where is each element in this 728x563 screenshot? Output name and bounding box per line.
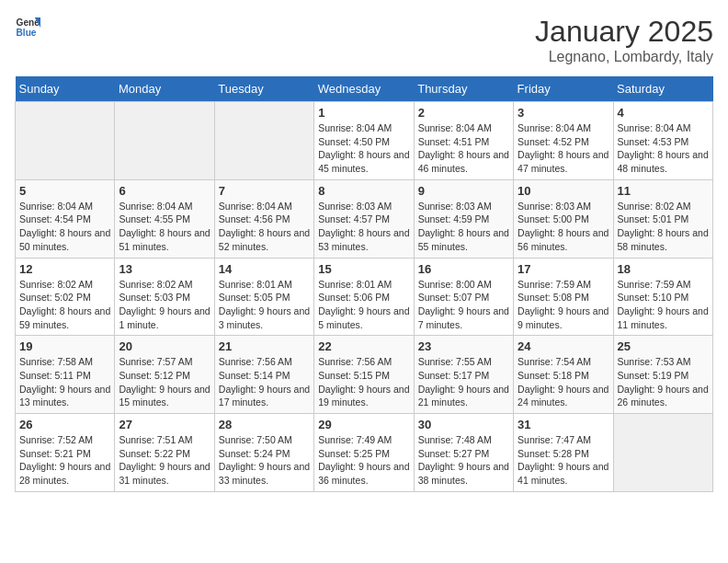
day-info: Sunrise: 7:57 AM Sunset: 5:12 PM Dayligh…: [119, 355, 210, 409]
day-info: Sunrise: 7:49 AM Sunset: 5:25 PM Dayligh…: [318, 433, 409, 488]
day-number: 30: [418, 418, 509, 431]
day-info: Sunrise: 7:56 AM Sunset: 5:14 PM Dayligh…: [219, 355, 310, 409]
table-row: 25Sunrise: 7:53 AM Sunset: 5:19 PM Dayli…: [613, 336, 712, 414]
day-info: Sunrise: 8:04 AM Sunset: 4:56 PM Dayligh…: [219, 200, 310, 254]
day-info: Sunrise: 7:51 AM Sunset: 5:22 PM Dayligh…: [119, 433, 210, 488]
table-row: 24Sunrise: 7:54 AM Sunset: 5:18 PM Dayli…: [514, 336, 613, 414]
table-row: 18Sunrise: 7:59 AM Sunset: 5:10 PM Dayli…: [613, 258, 712, 336]
calendar-title: January 2025: [535, 15, 713, 49]
day-number: 11: [618, 184, 709, 198]
day-info: Sunrise: 7:48 AM Sunset: 5:27 PM Dayligh…: [418, 433, 509, 488]
table-row: [115, 102, 214, 180]
day-number: 16: [418, 262, 509, 276]
day-number: 18: [618, 262, 709, 276]
day-number: 31: [518, 418, 609, 431]
day-number: 15: [318, 262, 409, 276]
table-row: 4Sunrise: 8:04 AM Sunset: 4:53 PM Daylig…: [613, 102, 712, 180]
day-number: 21: [219, 339, 310, 353]
day-info: Sunrise: 7:56 AM Sunset: 5:15 PM Dayligh…: [318, 355, 409, 409]
table-row: 27Sunrise: 7:51 AM Sunset: 5:22 PM Dayli…: [115, 414, 214, 492]
day-number: 12: [19, 262, 110, 276]
day-number: 8: [318, 184, 409, 198]
day-info: Sunrise: 8:04 AM Sunset: 4:54 PM Dayligh…: [19, 200, 110, 254]
day-number: 10: [518, 184, 609, 198]
svg-text:Blue: Blue: [17, 28, 37, 38]
calendar-table: Sunday Monday Tuesday Wednesday Thursday…: [15, 76, 713, 492]
day-info: Sunrise: 8:03 AM Sunset: 4:57 PM Dayligh…: [318, 200, 409, 254]
day-info: Sunrise: 7:52 AM Sunset: 5:21 PM Dayligh…: [19, 433, 110, 488]
day-number: 20: [119, 339, 210, 353]
table-row: 23Sunrise: 7:55 AM Sunset: 5:17 PM Dayli…: [414, 336, 513, 414]
day-info: Sunrise: 7:59 AM Sunset: 5:10 PM Dayligh…: [618, 278, 709, 332]
table-row: 21Sunrise: 7:56 AM Sunset: 5:14 PM Dayli…: [214, 336, 313, 414]
day-number: 23: [418, 339, 509, 353]
calendar-week-row: 5Sunrise: 8:04 AM Sunset: 4:54 PM Daylig…: [16, 179, 713, 258]
header-sunday: Sunday: [16, 76, 115, 102]
table-row: 15Sunrise: 8:01 AM Sunset: 5:06 PM Dayli…: [314, 258, 414, 336]
day-info: Sunrise: 7:55 AM Sunset: 5:17 PM Dayligh…: [418, 355, 509, 409]
table-row: 14Sunrise: 8:01 AM Sunset: 5:05 PM Dayli…: [214, 258, 313, 336]
table-row: 1Sunrise: 8:04 AM Sunset: 4:50 PM Daylig…: [314, 102, 414, 180]
day-info: Sunrise: 8:02 AM Sunset: 5:02 PM Dayligh…: [19, 278, 110, 332]
table-row: 9Sunrise: 8:03 AM Sunset: 4:59 PM Daylig…: [414, 179, 513, 258]
day-info: Sunrise: 8:04 AM Sunset: 4:50 PM Dayligh…: [318, 121, 409, 176]
day-info: Sunrise: 8:03 AM Sunset: 4:59 PM Dayligh…: [418, 200, 509, 254]
table-row: 10Sunrise: 8:03 AM Sunset: 5:00 PM Dayli…: [514, 179, 613, 258]
table-row: 26Sunrise: 7:52 AM Sunset: 5:21 PM Dayli…: [16, 414, 115, 492]
weekday-header-row: Sunday Monday Tuesday Wednesday Thursday…: [16, 76, 713, 102]
table-row: 7Sunrise: 8:04 AM Sunset: 4:56 PM Daylig…: [214, 179, 313, 258]
table-row: [613, 414, 712, 492]
day-info: Sunrise: 8:02 AM Sunset: 5:03 PM Dayligh…: [119, 278, 210, 332]
table-row: 22Sunrise: 7:56 AM Sunset: 5:15 PM Dayli…: [314, 336, 414, 414]
day-info: Sunrise: 8:04 AM Sunset: 4:53 PM Dayligh…: [618, 121, 709, 176]
calendar-week-row: 12Sunrise: 8:02 AM Sunset: 5:02 PM Dayli…: [16, 258, 713, 336]
table-row: 3Sunrise: 8:04 AM Sunset: 4:52 PM Daylig…: [514, 102, 613, 180]
table-row: 28Sunrise: 7:50 AM Sunset: 5:24 PM Dayli…: [214, 414, 313, 492]
table-row: 30Sunrise: 7:48 AM Sunset: 5:27 PM Dayli…: [414, 414, 513, 492]
day-info: Sunrise: 8:04 AM Sunset: 4:52 PM Dayligh…: [518, 121, 609, 176]
day-number: 3: [518, 106, 609, 120]
logo: General Blue: [15, 15, 40, 40]
day-info: Sunrise: 7:47 AM Sunset: 5:28 PM Dayligh…: [518, 433, 609, 488]
table-row: 5Sunrise: 8:04 AM Sunset: 4:54 PM Daylig…: [16, 179, 115, 258]
table-row: [16, 102, 115, 180]
header-monday: Monday: [115, 76, 214, 102]
day-info: Sunrise: 8:03 AM Sunset: 5:00 PM Dayligh…: [518, 200, 609, 254]
table-row: 19Sunrise: 7:58 AM Sunset: 5:11 PM Dayli…: [16, 336, 115, 414]
table-row: 29Sunrise: 7:49 AM Sunset: 5:25 PM Dayli…: [314, 414, 414, 492]
day-number: 9: [418, 184, 509, 198]
page-header: General Blue January 2025 Legnano, Lomba…: [15, 15, 713, 65]
day-info: Sunrise: 8:00 AM Sunset: 5:07 PM Dayligh…: [418, 278, 509, 332]
table-row: 20Sunrise: 7:57 AM Sunset: 5:12 PM Dayli…: [115, 336, 214, 414]
day-info: Sunrise: 7:59 AM Sunset: 5:08 PM Dayligh…: [518, 278, 609, 332]
day-info: Sunrise: 8:01 AM Sunset: 5:05 PM Dayligh…: [219, 278, 310, 332]
day-info: Sunrise: 8:04 AM Sunset: 4:55 PM Dayligh…: [119, 200, 210, 254]
day-info: Sunrise: 7:54 AM Sunset: 5:18 PM Dayligh…: [518, 355, 609, 409]
day-number: 19: [19, 339, 110, 353]
day-number: 6: [119, 184, 210, 198]
header-saturday: Saturday: [613, 76, 712, 102]
table-row: 31Sunrise: 7:47 AM Sunset: 5:28 PM Dayli…: [514, 414, 613, 492]
table-row: [214, 102, 313, 180]
table-row: 17Sunrise: 7:59 AM Sunset: 5:08 PM Dayli…: [514, 258, 613, 336]
table-row: 6Sunrise: 8:04 AM Sunset: 4:55 PM Daylig…: [115, 179, 214, 258]
table-row: 11Sunrise: 8:02 AM Sunset: 5:01 PM Dayli…: [613, 179, 712, 258]
table-row: 2Sunrise: 8:04 AM Sunset: 4:51 PM Daylig…: [414, 102, 513, 180]
day-number: 24: [518, 339, 609, 353]
title-section: January 2025 Legnano, Lombardy, Italy: [535, 15, 713, 65]
table-row: 8Sunrise: 8:03 AM Sunset: 4:57 PM Daylig…: [314, 179, 414, 258]
day-info: Sunrise: 8:01 AM Sunset: 5:06 PM Dayligh…: [318, 278, 409, 332]
day-number: 29: [318, 418, 409, 431]
table-row: 13Sunrise: 8:02 AM Sunset: 5:03 PM Dayli…: [115, 258, 214, 336]
day-number: 5: [19, 184, 110, 198]
header-tuesday: Tuesday: [214, 76, 313, 102]
day-number: 4: [618, 106, 709, 120]
table-row: 16Sunrise: 8:00 AM Sunset: 5:07 PM Dayli…: [414, 258, 513, 336]
day-info: Sunrise: 8:04 AM Sunset: 4:51 PM Dayligh…: [418, 121, 509, 176]
day-number: 14: [219, 262, 310, 276]
day-number: 13: [119, 262, 210, 276]
calendar-week-row: 19Sunrise: 7:58 AM Sunset: 5:11 PM Dayli…: [16, 336, 713, 414]
day-info: Sunrise: 7:58 AM Sunset: 5:11 PM Dayligh…: [19, 355, 110, 409]
calendar-subtitle: Legnano, Lombardy, Italy: [535, 49, 713, 65]
header-thursday: Thursday: [414, 76, 513, 102]
